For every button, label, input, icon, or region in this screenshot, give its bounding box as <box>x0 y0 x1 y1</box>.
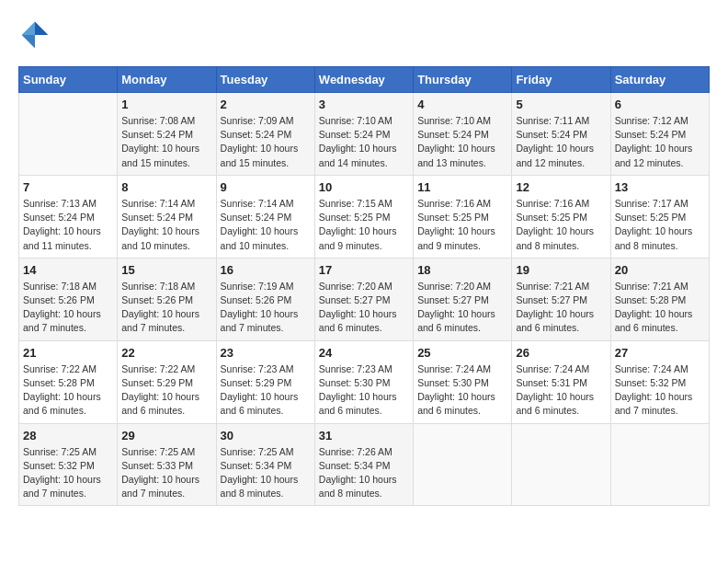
dow-header: Wednesday <box>314 67 413 93</box>
logo-icon <box>18 18 51 52</box>
calendar-cell: 23Sunrise: 7:23 AMSunset: 5:29 PMDayligh… <box>216 340 314 423</box>
svg-marker-2 <box>22 35 35 48</box>
calendar-cell: 25Sunrise: 7:24 AMSunset: 5:30 PMDayligh… <box>414 340 512 423</box>
day-info: Sunrise: 7:17 AMSunset: 5:25 PMDaylight:… <box>615 197 705 253</box>
day-info: Sunrise: 7:23 AMSunset: 5:29 PMDaylight:… <box>221 362 311 419</box>
logo <box>18 18 57 52</box>
day-number: 15 <box>121 263 211 277</box>
day-number: 20 <box>615 263 705 277</box>
day-number: 18 <box>417 263 507 277</box>
calendar-cell: 21Sunrise: 7:22 AMSunset: 5:28 PMDayligh… <box>19 340 118 423</box>
day-info: Sunrise: 7:09 AMSunset: 5:24 PMDaylight:… <box>221 114 311 170</box>
day-number: 29 <box>121 429 211 442</box>
day-info: Sunrise: 7:16 AMSunset: 5:25 PMDaylight:… <box>417 197 507 253</box>
header <box>18 18 710 52</box>
day-number: 28 <box>23 429 113 442</box>
day-info: Sunrise: 7:20 AMSunset: 5:27 PMDaylight:… <box>417 280 507 336</box>
day-info: Sunrise: 7:18 AMSunset: 5:26 PMDaylight:… <box>23 280 113 336</box>
day-number: 1 <box>121 98 211 111</box>
dow-header: Monday <box>118 67 216 93</box>
day-info: Sunrise: 7:08 AMSunset: 5:24 PMDaylight:… <box>121 114 211 170</box>
calendar-cell: 22Sunrise: 7:22 AMSunset: 5:29 PMDayligh… <box>118 340 216 423</box>
day-info: Sunrise: 7:13 AMSunset: 5:24 PMDaylight:… <box>23 197 113 253</box>
day-info: Sunrise: 7:19 AMSunset: 5:26 PMDaylight:… <box>221 280 311 336</box>
svg-marker-1 <box>22 22 35 35</box>
calendar-week-row: 1Sunrise: 7:08 AMSunset: 5:24 PMDaylight… <box>19 93 710 176</box>
page: SundayMondayTuesdayWednesdayThursdayFrid… <box>18 18 710 506</box>
day-number: 8 <box>121 180 211 194</box>
day-info: Sunrise: 7:21 AMSunset: 5:27 PMDaylight:… <box>516 280 606 336</box>
day-info: Sunrise: 7:22 AMSunset: 5:29 PMDaylight:… <box>121 362 211 419</box>
calendar-cell: 7Sunrise: 7:13 AMSunset: 5:24 PMDaylight… <box>19 175 118 258</box>
calendar-cell <box>19 93 118 176</box>
day-info: Sunrise: 7:10 AMSunset: 5:24 PMDaylight:… <box>417 114 507 170</box>
dow-header: Sunday <box>19 67 118 93</box>
calendar-cell: 15Sunrise: 7:18 AMSunset: 5:26 PMDayligh… <box>118 258 216 340</box>
day-number: 26 <box>516 346 606 360</box>
day-number: 21 <box>23 346 113 360</box>
day-number: 31 <box>319 429 409 442</box>
day-info: Sunrise: 7:25 AMSunset: 5:33 PMDaylight:… <box>121 445 211 501</box>
calendar-cell: 28Sunrise: 7:25 AMSunset: 5:32 PMDayligh… <box>19 423 118 506</box>
day-number: 16 <box>221 263 311 277</box>
day-info: Sunrise: 7:25 AMSunset: 5:34 PMDaylight:… <box>221 445 311 501</box>
day-number: 3 <box>319 98 409 111</box>
calendar-cell: 1Sunrise: 7:08 AMSunset: 5:24 PMDaylight… <box>118 93 216 176</box>
calendar-cell: 16Sunrise: 7:19 AMSunset: 5:26 PMDayligh… <box>216 258 314 340</box>
svg-marker-0 <box>35 22 48 35</box>
day-info: Sunrise: 7:24 AMSunset: 5:30 PMDaylight:… <box>417 362 507 419</box>
day-number: 23 <box>221 346 311 360</box>
calendar-cell: 8Sunrise: 7:14 AMSunset: 5:24 PMDaylight… <box>118 175 216 258</box>
calendar-week-row: 28Sunrise: 7:25 AMSunset: 5:32 PMDayligh… <box>19 423 710 506</box>
calendar-cell: 27Sunrise: 7:24 AMSunset: 5:32 PMDayligh… <box>610 340 709 423</box>
dow-header: Friday <box>512 67 610 93</box>
calendar-cell: 14Sunrise: 7:18 AMSunset: 5:26 PMDayligh… <box>19 258 118 340</box>
dow-header: Saturday <box>610 67 709 93</box>
calendar-cell: 13Sunrise: 7:17 AMSunset: 5:25 PMDayligh… <box>610 175 709 258</box>
day-number: 5 <box>516 98 606 111</box>
day-number: 22 <box>121 346 211 360</box>
day-number: 4 <box>417 98 507 111</box>
dow-header: Thursday <box>414 67 512 93</box>
calendar-cell: 4Sunrise: 7:10 AMSunset: 5:24 PMDaylight… <box>414 93 512 176</box>
calendar-cell: 26Sunrise: 7:24 AMSunset: 5:31 PMDayligh… <box>512 340 610 423</box>
day-number: 27 <box>615 346 705 360</box>
day-info: Sunrise: 7:12 AMSunset: 5:24 PMDaylight:… <box>615 114 705 170</box>
day-number: 9 <box>221 180 311 194</box>
day-number: 25 <box>417 346 507 360</box>
calendar-table: SundayMondayTuesdayWednesdayThursdayFrid… <box>18 66 710 506</box>
day-info: Sunrise: 7:26 AMSunset: 5:34 PMDaylight:… <box>319 445 409 501</box>
calendar-cell: 31Sunrise: 7:26 AMSunset: 5:34 PMDayligh… <box>314 423 413 506</box>
calendar-cell: 17Sunrise: 7:20 AMSunset: 5:27 PMDayligh… <box>314 258 413 340</box>
day-info: Sunrise: 7:20 AMSunset: 5:27 PMDaylight:… <box>319 280 409 336</box>
day-number: 19 <box>516 263 606 277</box>
calendar-week-row: 7Sunrise: 7:13 AMSunset: 5:24 PMDaylight… <box>19 175 710 258</box>
day-number: 24 <box>319 346 409 360</box>
calendar-cell: 10Sunrise: 7:15 AMSunset: 5:25 PMDayligh… <box>314 175 413 258</box>
day-info: Sunrise: 7:10 AMSunset: 5:24 PMDaylight:… <box>319 114 409 170</box>
calendar-cell: 6Sunrise: 7:12 AMSunset: 5:24 PMDaylight… <box>610 93 709 176</box>
day-number: 11 <box>417 180 507 194</box>
day-info: Sunrise: 7:24 AMSunset: 5:31 PMDaylight:… <box>516 362 606 419</box>
day-number: 14 <box>23 263 113 277</box>
calendar-cell <box>610 423 709 506</box>
day-number: 2 <box>221 98 311 111</box>
calendar-week-row: 14Sunrise: 7:18 AMSunset: 5:26 PMDayligh… <box>19 258 710 340</box>
day-info: Sunrise: 7:14 AMSunset: 5:24 PMDaylight:… <box>121 197 211 253</box>
calendar-cell: 30Sunrise: 7:25 AMSunset: 5:34 PMDayligh… <box>216 423 314 506</box>
calendar-week-row: 21Sunrise: 7:22 AMSunset: 5:28 PMDayligh… <box>19 340 710 423</box>
calendar-cell: 11Sunrise: 7:16 AMSunset: 5:25 PMDayligh… <box>414 175 512 258</box>
calendar-cell: 19Sunrise: 7:21 AMSunset: 5:27 PMDayligh… <box>512 258 610 340</box>
day-info: Sunrise: 7:22 AMSunset: 5:28 PMDaylight:… <box>23 362 113 419</box>
day-info: Sunrise: 7:21 AMSunset: 5:28 PMDaylight:… <box>615 280 705 336</box>
calendar-cell <box>512 423 610 506</box>
day-number: 6 <box>615 98 705 111</box>
dow-header: Tuesday <box>216 67 314 93</box>
day-info: Sunrise: 7:18 AMSunset: 5:26 PMDaylight:… <box>121 280 211 336</box>
header-row: SundayMondayTuesdayWednesdayThursdayFrid… <box>19 67 710 93</box>
day-info: Sunrise: 7:23 AMSunset: 5:30 PMDaylight:… <box>319 362 409 419</box>
day-number: 7 <box>23 180 113 194</box>
calendar-cell: 5Sunrise: 7:11 AMSunset: 5:24 PMDaylight… <box>512 93 610 176</box>
calendar-cell: 9Sunrise: 7:14 AMSunset: 5:24 PMDaylight… <box>216 175 314 258</box>
calendar-cell: 29Sunrise: 7:25 AMSunset: 5:33 PMDayligh… <box>118 423 216 506</box>
